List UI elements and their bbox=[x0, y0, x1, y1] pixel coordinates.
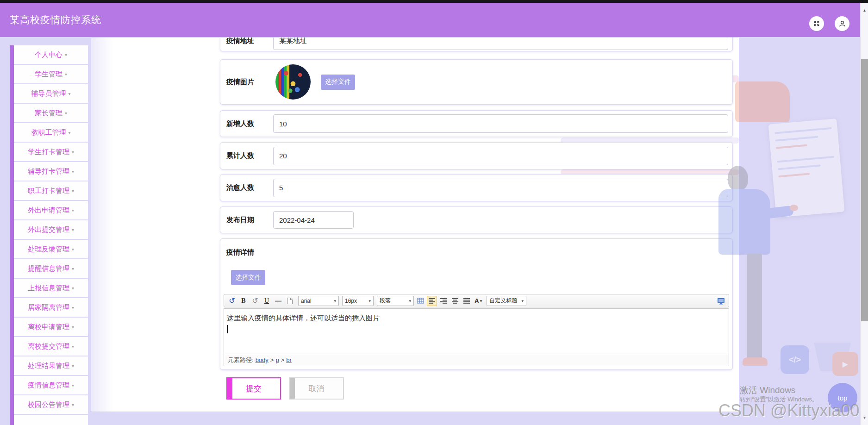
editor-content[interactable]: 这里输入疫情的具体详情，还可以适当的插入图片 bbox=[224, 308, 729, 354]
underline-button[interactable]: U bbox=[262, 296, 272, 306]
chevron-down-icon: ▾ bbox=[72, 150, 74, 155]
choose-detail-file-button[interactable]: 选择文件 bbox=[231, 270, 265, 285]
monitor-icon bbox=[717, 298, 725, 305]
field-label: 疫情地址 bbox=[226, 37, 273, 45]
main-panel: 疫情地址 疫情图片 选择文件 新增人数 累计人数 治愈人数 发布日期 bbox=[91, 37, 739, 412]
field-label: 累计人数 bbox=[226, 151, 273, 160]
sidebar-item-8[interactable]: 外出申请管理▾ bbox=[14, 201, 88, 219]
align-left-button[interactable] bbox=[427, 296, 437, 306]
chevron-down-icon: ▾ bbox=[72, 188, 74, 194]
sidebar-item-label: 校园公告管理 bbox=[28, 400, 69, 409]
sidebar-item-11[interactable]: 提醒信息管理▾ bbox=[14, 259, 88, 278]
justify-button[interactable] bbox=[462, 296, 472, 306]
code-badge-icon: </> bbox=[781, 345, 809, 374]
paper-icon bbox=[287, 298, 293, 304]
sidebar-item-extra[interactable] bbox=[14, 415, 88, 425]
panel-left-fade bbox=[91, 38, 113, 412]
undo-button[interactable]: ↺ bbox=[227, 296, 237, 306]
sidebar-item-4[interactable]: 教职工管理▾ bbox=[14, 123, 88, 142]
back-to-top-button[interactable]: top bbox=[828, 383, 857, 412]
address-input[interactable] bbox=[273, 37, 728, 50]
horizontal-rule-button[interactable]: — bbox=[273, 296, 283, 306]
sidebar-item-17[interactable]: 疫情信息管理▾ bbox=[14, 376, 88, 394]
new-count-input[interactable] bbox=[273, 114, 728, 133]
insert-table-button[interactable] bbox=[415, 296, 425, 306]
field-detail-card: 疫情详情 选择文件 ↺ B ↻ U — arial ▾ 16px ▾ bbox=[220, 238, 733, 370]
illustration-pot bbox=[809, 343, 856, 371]
sidebar-item-16[interactable]: 处理结果管理▾ bbox=[14, 356, 88, 375]
sidebar-item-label: 离校申请管理 bbox=[28, 323, 69, 331]
field-total-count-card: 累计人数 bbox=[220, 142, 733, 169]
sidebar-item-label: 居家隔离管理 bbox=[28, 303, 69, 312]
path-p-link[interactable]: p bbox=[275, 356, 279, 363]
sidebar-item-10[interactable]: 处理反馈管理▾ bbox=[14, 240, 88, 258]
scrollbar-thumb[interactable] bbox=[861, 59, 868, 321]
chevron-down-icon: ▾ bbox=[72, 363, 74, 369]
submit-accent-bar bbox=[227, 378, 232, 399]
sidebar-item-5[interactable]: 学生打卡管理▾ bbox=[14, 143, 88, 161]
illustration-document bbox=[768, 119, 844, 218]
font-size-value: 16px bbox=[345, 298, 357, 304]
sidebar-item-14[interactable]: 离校申请管理▾ bbox=[14, 318, 88, 336]
screen: 某高校疫情防控系统 个人中心▾学生管理▾辅导员管理▾家长管理▾教职工管理▾学生打… bbox=[0, 0, 868, 425]
align-center-button[interactable] bbox=[450, 296, 460, 306]
table-icon bbox=[417, 298, 424, 304]
align-right-button[interactable] bbox=[438, 296, 449, 306]
page-title: 某高校疫情防控系统 bbox=[10, 3, 101, 37]
sidebar-item-label: 提醒信息管理 bbox=[28, 264, 69, 273]
path-br-link[interactable]: br bbox=[286, 356, 292, 363]
font-family-select[interactable]: arial ▾ bbox=[298, 296, 339, 306]
sidebar-item-3[interactable]: 家长管理▾ bbox=[14, 104, 88, 122]
sidebar-item-9[interactable]: 外出提交管理▾ bbox=[14, 220, 88, 239]
cancel-button[interactable]: 取消 bbox=[289, 377, 344, 400]
chevron-down-icon: ▾ bbox=[72, 169, 74, 174]
sidebar-item-1[interactable]: 学生管理▾ bbox=[14, 65, 88, 83]
chevron-down-icon: ▾ bbox=[72, 227, 74, 232]
sidebar-item-0[interactable]: 个人中心▾ bbox=[14, 45, 88, 64]
total-count-input[interactable] bbox=[273, 147, 728, 165]
path-body-link[interactable]: body bbox=[256, 356, 269, 363]
align-center-icon bbox=[452, 298, 458, 304]
user-icon bbox=[838, 20, 846, 28]
field-label: 治愈人数 bbox=[226, 183, 273, 192]
chevron-down-icon: ▾ bbox=[72, 325, 74, 330]
cured-count-input[interactable] bbox=[273, 179, 728, 197]
custom-title-value: 自定义标题 bbox=[489, 297, 517, 305]
new-document-button[interactable] bbox=[285, 296, 295, 306]
sidebar-item-label: 疫情信息管理 bbox=[28, 381, 69, 390]
path-separator: > bbox=[270, 356, 274, 363]
user-button[interactable] bbox=[835, 16, 849, 31]
fullscreen-editor-button[interactable] bbox=[716, 296, 726, 306]
sidebar-item-7[interactable]: 职工打卡管理▾ bbox=[14, 181, 88, 200]
app-header: 某高校疫情防控系统 bbox=[0, 3, 868, 37]
sidebar-item-12[interactable]: 上报信息管理▾ bbox=[14, 279, 88, 297]
sidebar-item-15[interactable]: 离校提交管理▾ bbox=[14, 337, 88, 356]
font-color-button[interactable]: A ▾ bbox=[473, 296, 483, 306]
scroll-up-arrow[interactable]: ▲ bbox=[861, 6, 868, 14]
field-new-count-card: 新增人数 bbox=[220, 110, 733, 137]
sidebar-item-label: 家长管理 bbox=[35, 109, 62, 118]
publish-date-input[interactable] bbox=[273, 211, 354, 229]
vertical-scrollbar[interactable]: ▲ ▼ bbox=[860, 3, 868, 425]
field-label: 新增人数 bbox=[226, 119, 273, 128]
sidebar-item-18[interactable]: 校园公告管理▾ bbox=[14, 395, 88, 414]
bold-button[interactable]: B bbox=[238, 296, 249, 306]
sidebar-item-2[interactable]: 辅导员管理▾ bbox=[14, 84, 88, 103]
fullscreen-button[interactable] bbox=[809, 16, 824, 31]
chevron-down-icon: ▾ bbox=[68, 91, 70, 96]
field-address-card: 疫情地址 bbox=[220, 37, 733, 51]
editor-text: 这里输入疫情的具体详情，还可以适当的插入图片 bbox=[227, 312, 726, 324]
font-size-select[interactable]: 16px ▾ bbox=[342, 296, 374, 306]
choose-image-file-button[interactable]: 选择文件 bbox=[321, 75, 355, 90]
submit-button[interactable]: 提交 bbox=[226, 377, 281, 400]
field-label: 疫情图片 bbox=[226, 78, 273, 87]
scroll-down-arrow[interactable]: ▼ bbox=[861, 414, 868, 421]
sidebar-item-6[interactable]: 辅导打卡管理▾ bbox=[14, 162, 88, 181]
sidebar-item-13[interactable]: 居家隔离管理▾ bbox=[14, 298, 88, 317]
redo-button[interactable]: ↻ bbox=[250, 296, 260, 306]
paragraph-format-select[interactable]: 段落 ▾ bbox=[377, 296, 414, 306]
sidebar-item-label: 学生管理 bbox=[35, 70, 62, 79]
custom-title-select[interactable]: 自定义标题 ▾ bbox=[487, 296, 526, 306]
illustration-person-legs bbox=[747, 254, 762, 359]
illustration-person-arm bbox=[759, 206, 794, 220]
